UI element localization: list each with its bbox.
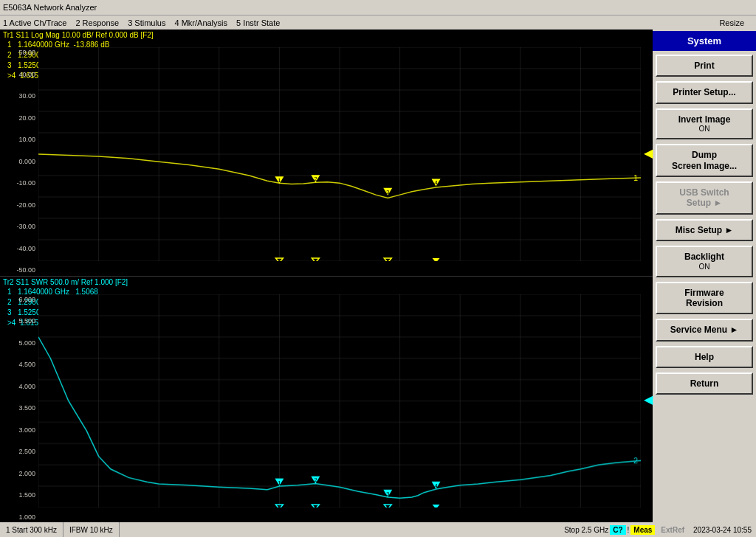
service-menu-button[interactable]: Service Menu ► <box>656 319 753 341</box>
trace1-label: Tr1 S11 Log Mag 10.00 dB/ Ref 0.000 dB [… <box>3 31 154 39</box>
backlight-button[interactable]: BacklightON <box>656 246 753 277</box>
trace2-y-labels: 6.000 5.500 5.000 4.500 4.000 3.500 3.00… <box>0 294 37 523</box>
menu-mkr[interactable]: 4 Mkr/Analysis <box>174 18 227 27</box>
menu-active-ch[interactable]: 1 Active Ch/Trace <box>3 18 66 27</box>
status-start-text: 1 Start 300 kHz <box>6 526 57 534</box>
status-datetime: 2023-03-24 10:55 <box>689 526 756 534</box>
status-ifbw-text: IFBW 10 kHz <box>69 526 113 534</box>
status-exclaim: ! <box>628 526 630 534</box>
right-panel: System Print Printer Setup... Invert Ima… <box>653 30 756 522</box>
invert-image-button[interactable]: Invert ImageON <box>656 108 753 139</box>
trace2-panel: Tr2 S11 SWR 500.0 m/ Ref 1.000 [F2] 1 1.… <box>0 277 653 523</box>
trace1-ref-arrow: ◀ <box>644 145 653 159</box>
resize-button[interactable]: Resize <box>719 18 744 27</box>
status-stop-text: Stop 2.5 GHz <box>564 526 608 534</box>
trace1-y-labels: 50.00 40.00 30.00 20.00 10.00 0.000 -10.… <box>0 47 37 276</box>
menu-stimulus[interactable]: 3 Stimulus <box>128 18 165 27</box>
print-button[interactable]: Print <box>656 55 753 77</box>
app-title: E5063A Network Analyzer <box>3 3 97 12</box>
status-meas-badge: Meas <box>630 525 655 535</box>
misc-setup-button[interactable]: Misc Setup ► <box>656 219 753 241</box>
menu-instr-state[interactable]: 5 Instr State <box>236 18 280 27</box>
dump-screen-button[interactable]: DumpScreen Image... <box>656 144 753 177</box>
help-button[interactable]: Help <box>656 346 753 368</box>
trace2-canvas-wrapper <box>38 294 641 508</box>
chart-area: Tr1 S11 Log Mag 10.00 dB/ Ref 0.000 dB [… <box>0 30 653 522</box>
statusbar: 1 Start 300 kHz IFBW 10 kHz Stop 2.5 GHz… <box>0 522 756 537</box>
status-start: 1 Start 300 kHz <box>0 522 63 537</box>
trace1-canvas <box>38 47 641 261</box>
panel-title: System <box>653 31 756 51</box>
trace2-label: Tr2 S11 SWR 500.0 m/ Ref 1.000 [F2] <box>3 278 128 286</box>
status-ifbw: IFBW 10 kHz <box>63 522 120 537</box>
menubar: 1 Active Ch/Trace 2 Response 3 Stimulus … <box>0 15 756 30</box>
trace2-canvas <box>38 294 641 508</box>
trace1-canvas-wrapper <box>38 47 641 261</box>
menu-response[interactable]: 2 Response <box>75 18 119 27</box>
printer-setup-button[interactable]: Printer Setup... <box>656 81 753 103</box>
status-end: Stop 2.5 GHz C? ! Meas ExtRef 2023-03-24… <box>564 525 756 535</box>
status-extref-badge: ExtRef <box>658 525 687 535</box>
titlebar: E5063A Network Analyzer <box>0 0 756 15</box>
trace2-header: Tr2 S11 SWR 500.0 m/ Ref 1.000 [F2] <box>0 277 653 288</box>
main-content: Tr1 S11 Log Mag 10.00 dB/ Ref 0.000 dB [… <box>0 30 756 522</box>
status-badge-c: C? <box>610 525 625 535</box>
usb-switch-setup-button[interactable]: USB SwitchSetup ► <box>656 181 753 215</box>
trace1-header: Tr1 S11 Log Mag 10.00 dB/ Ref 0.000 dB [… <box>0 30 653 41</box>
trace2-ref-arrow: ◀ <box>644 392 653 406</box>
return-button[interactable]: Return <box>656 373 753 395</box>
trace1-panel: Tr1 S11 Log Mag 10.00 dB/ Ref 0.000 dB [… <box>0 30 653 277</box>
firmware-revision-button[interactable]: FirmwareRevision <box>656 282 753 315</box>
